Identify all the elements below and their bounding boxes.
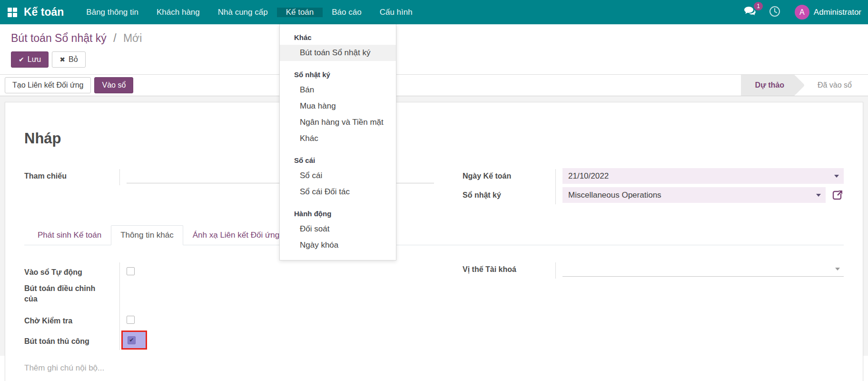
accounting-dropdown-menu: Khác Bút toán Sổ nhật ký Sổ nhật ký Bán … (279, 24, 396, 261)
content-area: Nháp Tham chiếu Ngày Kế toán (0, 96, 868, 356)
fiscal-position-label: Vị thế Tài khoá (463, 261, 555, 275)
breadcrumb-current: Mới (123, 32, 142, 44)
to-check-label: Chờ Kiểm tra (24, 313, 119, 326)
activities-button[interactable] (769, 6, 780, 19)
tab-counterpart-mapping[interactable]: Ánh xạ Liên kết Đối ứng (183, 225, 289, 245)
check-icon: ✔ (19, 56, 24, 63)
post-button[interactable]: Vào sổ (94, 77, 133, 93)
manual-entry-checkbox[interactable]: ✔ (128, 336, 136, 344)
notebook-tabs: Phát sinh Kế toán Thông tin khác Ánh xạ … (24, 225, 844, 245)
app-brand[interactable]: Kế toán (24, 6, 64, 19)
reference-label: Tham chiếu (24, 168, 119, 181)
chat-bubbles-icon (744, 10, 757, 18)
nav-item-dashboard[interactable]: Bảng thông tin (77, 8, 148, 17)
menu-item-lock-dates[interactable]: Ngày khóa (280, 237, 396, 253)
form-sheet: Nháp Tham chiếu Ngày Kế toán (5, 102, 863, 381)
to-check-checkbox[interactable] (127, 316, 135, 324)
page-title: Nháp (24, 130, 844, 147)
breadcrumb: Bút toán Sổ nhật ký / Mới (0, 24, 868, 45)
status-step-draft[interactable]: Dự thảo (741, 75, 795, 96)
fiscal-position-select[interactable] (562, 261, 844, 277)
user-menu[interactable]: Administrator (814, 8, 861, 17)
journal-label: Sổ nhật ký (463, 187, 555, 201)
accounting-date-label: Ngày Kế toán (463, 168, 555, 181)
internal-note-input[interactable]: Thêm ghi chú nội bộ... (24, 363, 844, 373)
top-navbar: Kế toán Bảng thông tin Khách hàng Nhà cu… (0, 0, 868, 24)
nav-item-accounting[interactable]: Kế toán (277, 8, 323, 17)
message-count-badge: 1 (754, 2, 763, 10)
menu-section-misc: Khác (280, 30, 396, 45)
menu-section-journals: Sổ nhật ký (280, 67, 396, 82)
tab-journal-items[interactable]: Phát sinh Kế toán (28, 225, 111, 245)
avatar[interactable]: A (795, 5, 809, 20)
journal-field[interactable]: Miscellaneous Operations (562, 187, 826, 203)
menu-item-sales[interactable]: Bán (280, 82, 396, 98)
menu-item-purchases[interactable]: Mua hàng (280, 98, 396, 114)
accounting-date-field[interactable]: 21/10/2022 (562, 168, 844, 184)
menu-item-reconciliation[interactable]: Đối soát (280, 221, 396, 237)
x-icon: ✖ (59, 56, 65, 63)
discard-button[interactable]: ✖ Bỏ (52, 51, 85, 68)
statusbar: Tạo Liên kết Đối ứng Vào sổ Dự thảo Đã v… (0, 74, 868, 96)
nav-item-configuration[interactable]: Cấu hình (371, 8, 422, 17)
status-steps: Dự thảo Đã vào sổ (741, 75, 868, 96)
breadcrumb-separator: / (113, 32, 116, 44)
status-step-posted[interactable]: Đã vào sổ (803, 75, 866, 96)
chevron-down-icon (816, 194, 821, 197)
menu-item-partner-ledger[interactable]: Sổ cái Đối tác (280, 184, 396, 200)
tab-other-info[interactable]: Thông tin khác (111, 225, 183, 245)
tutorial-highlight-box: ✔ (121, 331, 147, 350)
menu-item-general-ledger[interactable]: Sổ cái (280, 168, 396, 184)
save-button[interactable]: ✔ Lưu (11, 51, 49, 68)
nav-item-reporting[interactable]: Báo cáo (323, 8, 370, 17)
menu-section-ledgers: Sổ cái (280, 153, 396, 168)
messages-button[interactable]: 1 (744, 6, 757, 19)
nav-item-customers[interactable]: Khách hàng (148, 8, 209, 17)
chevron-down-icon (834, 175, 839, 178)
menu-item-bank-cash[interactable]: Ngân hàng và Tiền mặt (280, 114, 396, 130)
apps-grid-icon[interactable] (8, 8, 17, 17)
reversal-of-label: Bút toán điều chỉnh của (24, 281, 119, 304)
menu-item-journal-entries[interactable]: Bút toán Sổ nhật ký (280, 45, 396, 61)
clock-icon (769, 10, 780, 19)
create-counterpart-button[interactable]: Tạo Liên kết Đối ứng (5, 77, 91, 93)
breadcrumb-parent-link[interactable]: Bút toán Sổ nhật ký (11, 32, 107, 44)
external-link-icon[interactable] (831, 189, 844, 201)
auto-post-checkbox[interactable] (127, 267, 135, 275)
nav-item-vendors[interactable]: Nhà cung cấp (209, 8, 277, 17)
menu-item-misc[interactable]: Khác (280, 130, 396, 147)
manual-entry-label: Bút toán thủ công (24, 333, 119, 347)
chevron-down-icon (835, 268, 840, 271)
menu-section-actions: Hành động (280, 206, 396, 221)
auto-post-label: Vào sổ Tự động (24, 264, 119, 278)
